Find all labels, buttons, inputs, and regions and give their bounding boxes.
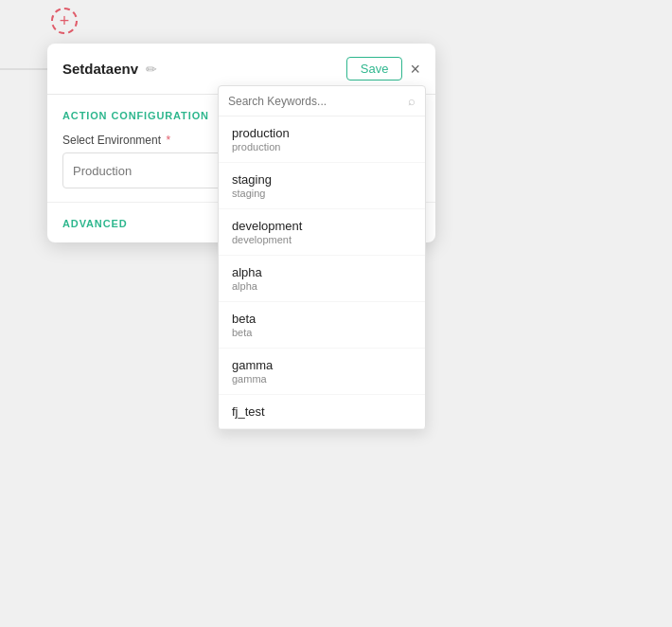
save-button[interactable]: Save bbox=[346, 57, 403, 81]
item-main-label: beta bbox=[232, 312, 412, 326]
list-item[interactable]: fj_test bbox=[219, 395, 425, 429]
edit-icon[interactable]: ✏ bbox=[146, 62, 157, 77]
item-sub-label: production bbox=[232, 141, 412, 152]
item-sub-label: staging bbox=[232, 188, 412, 199]
search-icon: ⌕ bbox=[408, 94, 416, 108]
connector-line bbox=[0, 68, 47, 70]
dropdown-list: productionproductionstagingstagingdevelo… bbox=[219, 116, 425, 429]
list-item[interactable]: gammagamma bbox=[219, 349, 425, 395]
item-main-label: development bbox=[232, 219, 412, 233]
item-main-label: staging bbox=[232, 172, 412, 187]
item-main-label: production bbox=[232, 126, 412, 140]
required-marker: * bbox=[166, 134, 170, 147]
dropdown-menu: ⌕ productionproductionstagingstagingdeve… bbox=[218, 85, 426, 430]
item-sub-label: development bbox=[232, 234, 412, 245]
section-title-label: ACTION CONFIGURATION bbox=[62, 110, 209, 121]
list-item[interactable]: alphaalpha bbox=[219, 256, 425, 302]
panel-title: Setdataenv bbox=[62, 61, 138, 77]
dropdown-search-input[interactable] bbox=[228, 95, 402, 108]
plus-icon: + bbox=[60, 11, 70, 31]
add-button[interactable]: + bbox=[51, 8, 78, 34]
item-main-label: alpha bbox=[232, 265, 412, 279]
item-sub-label: beta bbox=[232, 327, 412, 338]
list-item[interactable]: stagingstaging bbox=[219, 163, 425, 209]
list-item[interactable]: developmentdevelopment bbox=[219, 209, 425, 256]
field-label-text: Select Environment * bbox=[62, 134, 170, 147]
header-actions: Save × bbox=[346, 57, 420, 81]
panel: Setdataenv ✏ Save × ACTION CONFIGURATION… bbox=[47, 44, 435, 242]
title-group: Setdataenv ✏ bbox=[62, 61, 157, 77]
item-main-label: gamma bbox=[232, 358, 412, 372]
list-item[interactable]: productionproduction bbox=[219, 116, 425, 163]
close-button[interactable]: × bbox=[410, 61, 420, 78]
list-item[interactable]: betabeta bbox=[219, 302, 425, 349]
advanced-label[interactable]: ADVANCED bbox=[62, 218, 128, 229]
item-sub-label: alpha bbox=[232, 280, 412, 292]
dropdown-search-bar: ⌕ bbox=[219, 86, 425, 116]
item-sub-label: gamma bbox=[232, 373, 412, 385]
item-main-label: fj_test bbox=[232, 404, 412, 419]
